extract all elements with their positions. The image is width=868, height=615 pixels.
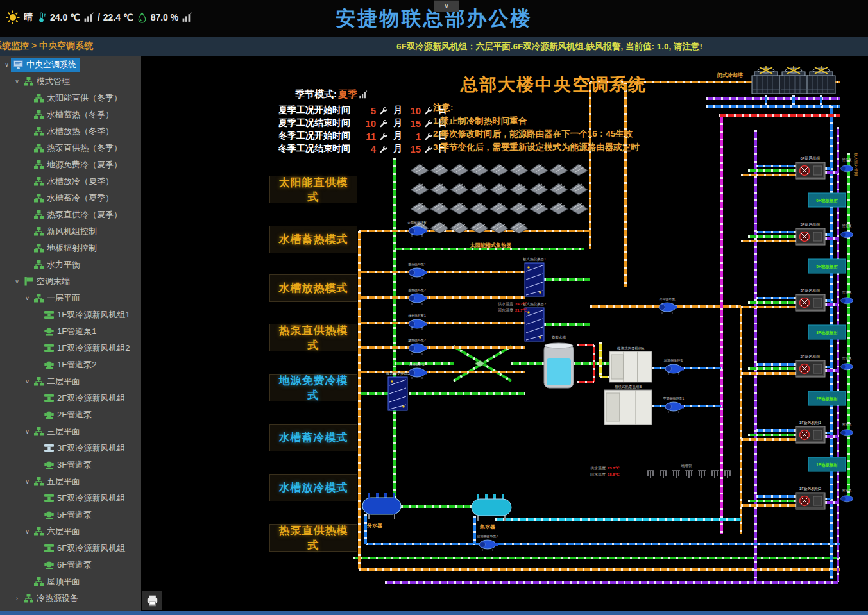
sidebar-item[interactable]: 水槽蓄冷（夏季） <box>0 190 141 206</box>
floor-ahu[interactable] <box>796 426 825 443</box>
sidebar-item-body[interactable]: 3F管道泵 <box>42 458 95 472</box>
sidebar-item-body[interactable]: 新风机组控制 <box>31 224 100 239</box>
header-tank[interactable] <box>472 494 511 521</box>
sidebar-item[interactable]: 水力平衡 <box>0 257 141 273</box>
sidebar-item-body[interactable]: 屋顶平面 <box>31 575 83 589</box>
header-collapse-button[interactable]: ∨ <box>434 0 459 12</box>
chevron-down-icon[interactable]: ∨ <box>23 295 31 301</box>
sidebar-item-body[interactable]: 热泵直供冷（夏季） <box>31 208 125 222</box>
sidebar-item[interactable]: 地源免费冷（夏季） <box>0 156 141 173</box>
sidebar-item-body[interactable]: 2F双冷源新风机组 <box>42 391 128 405</box>
sidebar-item[interactable]: 水槽放热（冬季） <box>0 123 141 140</box>
plate-heat-exchanger[interactable] <box>525 263 544 296</box>
chevron-down-icon[interactable]: ∨ <box>13 78 21 85</box>
pump[interactable] <box>409 268 427 279</box>
sidebar-item-body[interactable]: 六层平面 <box>31 525 83 539</box>
cooling-tower[interactable] <box>807 66 835 94</box>
sidebar-item-body[interactable]: 一层平面 <box>31 291 83 305</box>
wrench-icon[interactable] <box>422 145 434 153</box>
sidebar-item[interactable]: 热泵直供热（冬季） <box>0 140 141 156</box>
sidebar-item-body[interactable]: 水槽蓄冷（夏季） <box>31 191 117 205</box>
sidebar-item-body[interactable]: 5F双冷源新风机组 <box>42 491 128 505</box>
chevron-down-icon[interactable]: ∨ <box>23 428 31 435</box>
sidebar-item[interactable]: ›冷热源设备 <box>0 590 141 607</box>
wrench-icon[interactable] <box>377 145 389 153</box>
sidebar-item-body[interactable]: 冷热源设备 <box>21 591 81 605</box>
mode-button[interactable]: 热泵直供热模式 <box>269 324 357 351</box>
heat-pump-unit[interactable] <box>609 351 652 382</box>
sidebar-item[interactable]: ∨三层平面 <box>0 423 141 440</box>
sidebar-item-body[interactable]: 空调末端 <box>21 274 73 289</box>
mode-button[interactable]: 水槽蓄冷模式 <box>269 424 357 451</box>
sidebar-item[interactable]: ∨中央空调系统 <box>0 56 141 73</box>
chevron-down-icon[interactable]: ∨ <box>23 528 31 535</box>
sidebar-item-body[interactable]: 三层平面 <box>31 425 83 439</box>
floor-ahu[interactable] <box>796 360 825 377</box>
sidebar-item[interactable]: ∨六层平面 <box>0 523 141 540</box>
wrench-icon[interactable] <box>377 106 389 115</box>
mode-button[interactable]: 地源免费冷模式 <box>269 374 357 401</box>
chevron-right-icon[interactable]: › <box>13 595 21 602</box>
sidebar-item-body[interactable]: 水槽放冷（夏季） <box>31 174 117 189</box>
cooling-tower[interactable] <box>752 66 780 94</box>
breadcrumb[interactable]: 系统监控 > 中央空调系统 <box>0 40 93 52</box>
pump[interactable] <box>841 430 853 436</box>
heat-pump-unit[interactable] <box>604 390 652 425</box>
sidebar-item-body[interactable]: 模式管理 <box>21 74 73 88</box>
pump[interactable] <box>841 232 853 238</box>
sidebar-item-body[interactable]: 水槽蓄热（冬季） <box>31 108 117 122</box>
sidebar-item[interactable]: 1F管道泵2 <box>0 357 141 373</box>
sidebar-item[interactable]: 太阳能直供（冬季） <box>0 90 141 106</box>
sidebar-item[interactable]: ∨二层平面 <box>0 373 141 390</box>
sidebar-item[interactable]: 3F管道泵 <box>0 457 141 473</box>
sidebar-item-body[interactable]: 水力平衡 <box>31 258 83 272</box>
pump[interactable] <box>409 344 427 355</box>
wrench-icon[interactable] <box>422 119 434 128</box>
sidebar-item-body[interactable]: 二层平面 <box>31 375 83 389</box>
sidebar-item-body[interactable]: 6F双冷源新风机组 <box>42 541 128 555</box>
wrench-icon[interactable] <box>422 106 434 115</box>
sidebar-item[interactable]: 3F双冷源新风机组 <box>0 440 141 457</box>
sidebar-item[interactable]: 热泵直供冷（夏季） <box>0 206 141 223</box>
pump[interactable] <box>665 364 684 375</box>
sidebar-item-body[interactable]: 1F管道泵1 <box>42 324 99 339</box>
wrench-icon[interactable] <box>377 132 389 140</box>
sidebar-item[interactable]: 2F管道泵 <box>0 407 141 423</box>
sidebar-item-body[interactable]: 1F双冷源新风机组2 <box>42 341 133 355</box>
sidebar-item[interactable]: 1F双冷源新风机组2 <box>0 340 141 357</box>
wrench-icon[interactable] <box>377 119 389 128</box>
sidebar-item-body[interactable]: 5F管道泵 <box>42 508 95 522</box>
chevron-down-icon[interactable]: ∨ <box>13 278 21 285</box>
sidebar-item-body[interactable]: 1F双冷源新风机组1 <box>42 308 133 322</box>
sidebar-item-body[interactable]: 6F管道泵 <box>42 558 95 572</box>
pump[interactable] <box>841 165 853 172</box>
plate-heat-exchanger[interactable] <box>525 308 544 341</box>
mode-button[interactable]: 水槽放热模式 <box>269 274 357 302</box>
pump[interactable] <box>841 496 853 502</box>
pump[interactable] <box>409 368 427 379</box>
sidebar-item[interactable]: ∨五层平面 <box>0 473 141 490</box>
floor-ahu[interactable] <box>796 162 825 179</box>
sidebar-item[interactable]: 6F双冷源新风机组 <box>0 540 141 557</box>
pump[interactable] <box>659 303 677 314</box>
sidebar-item-body[interactable]: 太阳能直供（冬季） <box>31 91 125 105</box>
pump[interactable] <box>479 540 498 551</box>
sidebar-item-selected[interactable]: 中央空调系统 <box>11 58 80 72</box>
sidebar-item-body[interactable]: 地源免费冷（夏季） <box>31 158 125 172</box>
sidebar-item[interactable]: 6F管道泵 <box>0 557 141 573</box>
header-tank[interactable] <box>362 493 401 519</box>
mode-button[interactable]: 水槽蓄热模式 <box>269 226 357 253</box>
pump[interactable] <box>665 402 684 413</box>
sidebar-item-body[interactable]: 2F管道泵 <box>42 408 95 422</box>
print-button[interactable] <box>142 591 162 610</box>
sidebar-item[interactable]: 5F双冷源新风机组 <box>0 490 141 507</box>
sidebar-item[interactable]: 2F双冷源新风机组 <box>0 390 141 407</box>
sidebar-item[interactable]: 屋顶平面 <box>0 573 141 590</box>
sidebar-item-body[interactable]: 水槽放热（冬季） <box>31 124 117 139</box>
mode-button[interactable]: 热泵直供热模式 <box>269 524 357 552</box>
cooling-tower[interactable] <box>779 66 808 94</box>
floor-ahu[interactable] <box>796 228 825 245</box>
sidebar-item[interactable]: 5F管道泵 <box>0 507 141 523</box>
plate-heat-exchanger[interactable] <box>388 377 407 410</box>
pump[interactable] <box>841 298 853 304</box>
